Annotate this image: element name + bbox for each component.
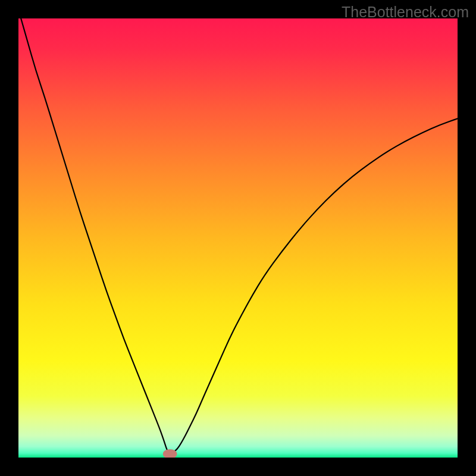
watermark-text: TheBottleneck.com [342, 4, 469, 21]
plot-area [18, 18, 458, 458]
chart-canvas [18, 18, 458, 458]
gradient-background [18, 18, 458, 458]
chart-frame: TheBottleneck.com [0, 0, 476, 476]
